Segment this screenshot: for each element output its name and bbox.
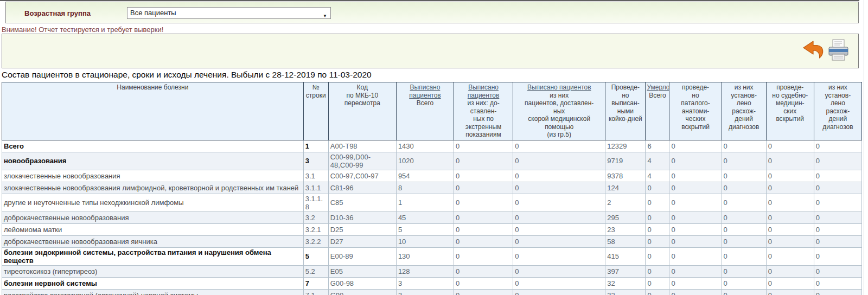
icd-code-cell: G90 (328, 289, 396, 295)
column-header-icd-code: Код по МКБ-10 пересмотра (328, 82, 396, 140)
value-cell-4: 9719 (605, 152, 646, 170)
value-cell-3: 0 (513, 194, 605, 211)
disease-name-cell: болезни эндокринной системы, расстройств… (2, 247, 304, 265)
printer-icon (827, 56, 851, 65)
row-number-cell: 3.1.1 (303, 182, 328, 194)
value-cell-1: 8 (396, 182, 454, 194)
sort-link-died-total[interactable]: Умерло (647, 84, 668, 92)
value-cell-6: 0 (669, 235, 722, 247)
value-cell-9: 0 (814, 170, 861, 182)
toolbar-panel (2, 34, 859, 68)
value-cell-6: 0 (669, 194, 722, 211)
column-header-forensic-discrepancies: из них установ- лено расхож- дений диагн… (814, 82, 861, 140)
value-cell-7: 0 (722, 223, 766, 235)
column-header-row-number: № строки (303, 82, 328, 140)
value-cell-7: 0 (722, 140, 766, 152)
value-cell-3: 0 (513, 235, 605, 247)
value-cell-7: 0 (722, 247, 766, 265)
icd-code-cell: C85 (328, 194, 396, 211)
value-cell-9: 0 (814, 140, 861, 152)
value-cell-1: 1020 (396, 152, 454, 170)
table-row: новообразования3C00-99,D00-48,C00-991020… (2, 152, 862, 170)
value-cell-4: 415 (605, 247, 646, 265)
column-header-discharged-ambulance: Выписано пациентовиз них пациентов, дост… (513, 82, 605, 140)
value-cell-7: 0 (722, 289, 766, 295)
value-cell-8: 0 (766, 140, 814, 152)
sort-link-discharged-total[interactable]: Выписано пациентов (398, 84, 452, 99)
value-cell-9: 0 (814, 235, 861, 247)
value-cell-2: 0 (454, 140, 513, 152)
value-cell-3: 0 (513, 140, 605, 152)
row-number-cell: 7.1 (303, 289, 328, 295)
value-cell-1: 130 (396, 247, 454, 265)
disease-name-cell: доброкачественные новообразования (2, 211, 304, 223)
column-header-autopsy-discrepancies: из них установ- лено расхож- дений диагн… (722, 82, 766, 140)
icd-code-cell: D25 (328, 223, 396, 235)
age-group-select[interactable]: Все пациенты ▼ (127, 7, 331, 19)
icd-code-cell: G00-98 (328, 277, 396, 289)
value-cell-7: 0 (722, 235, 766, 247)
value-cell-2: 0 (454, 170, 513, 182)
value-cell-9: 0 (814, 277, 861, 289)
column-header-died-total: УмерлоВсего (646, 82, 669, 140)
value-cell-6: 0 (669, 277, 722, 289)
value-cell-1: 10 (396, 235, 454, 247)
value-cell-1: 128 (396, 265, 454, 277)
value-cell-7: 0 (722, 277, 766, 289)
value-cell-4: 124 (605, 182, 646, 194)
value-cell-9: 0 (814, 194, 861, 211)
sort-link-discharged-emergency[interactable]: Выписано пациентов (455, 84, 512, 99)
value-cell-8: 0 (766, 170, 814, 182)
value-cell-1: 3 (396, 277, 454, 289)
back-arrow-icon (801, 56, 825, 65)
value-cell-1: 45 (396, 211, 454, 223)
value-cell-9: 0 (814, 211, 861, 223)
value-cell-3: 0 (513, 247, 605, 265)
value-cell-6: 0 (669, 140, 722, 152)
value-cell-4: 397 (605, 265, 646, 277)
value-cell-5: 0 (646, 211, 669, 223)
disease-name-cell: злокачественные новообразования лимфоидн… (2, 182, 304, 194)
row-number-cell: 3.2.1 (303, 223, 328, 235)
row-number-cell: 1 (303, 140, 328, 152)
value-cell-2: 0 (454, 152, 513, 170)
icd-code-cell: C81-96 (328, 182, 396, 194)
value-cell-3: 0 (513, 182, 605, 194)
value-cell-9: 0 (814, 247, 861, 265)
value-cell-4: 2 (605, 194, 646, 211)
value-cell-5: 4 (646, 152, 669, 170)
value-cell-7: 0 (722, 182, 766, 194)
value-cell-1: 1 (396, 194, 454, 211)
value-cell-4: 32 (605, 277, 646, 289)
sort-link-discharged-ambulance[interactable]: Выписано пациентов (514, 84, 604, 92)
table-row: болезни эндокринной системы, расстройств… (2, 247, 862, 265)
column-header-autopsies: проведе- но паталого- анатоми- ческих вс… (669, 82, 722, 140)
disease-name-cell: болезни нервной системы (2, 277, 304, 289)
value-cell-4: 9378 (605, 170, 646, 182)
value-cell-6: 0 (669, 223, 722, 235)
value-cell-5: 0 (646, 289, 669, 295)
value-cell-8: 0 (766, 182, 814, 194)
row-number-cell: 3.1.1.8 (303, 194, 328, 211)
value-cell-8: 0 (766, 289, 814, 295)
disease-name-cell: расстройства вегетативной (автономной) н… (2, 289, 304, 295)
disease-name-cell: Всего (2, 140, 304, 152)
value-cell-5: 0 (646, 265, 669, 277)
value-cell-7: 0 (722, 170, 766, 182)
value-cell-3: 0 (513, 265, 605, 277)
value-cell-2: 0 (454, 194, 513, 211)
value-cell-3: 0 (513, 170, 605, 182)
value-cell-8: 0 (766, 152, 814, 170)
back-button[interactable] (801, 39, 825, 63)
report-title: Состав пациентов в стационаре, сроки и и… (2, 70, 372, 80)
page-right-divider (864, 0, 864, 295)
value-cell-5: 0 (646, 182, 669, 194)
table-row: болезни нервной системы7G00-983003200000 (2, 277, 862, 289)
print-button[interactable] (827, 39, 851, 63)
value-cell-2: 0 (454, 211, 513, 223)
age-group-label: Возрастная группа (24, 9, 91, 17)
table-row: другие и неуточненные типы неходжкинской… (2, 194, 862, 211)
value-cell-7: 0 (722, 211, 766, 223)
value-cell-5: 4 (646, 170, 669, 182)
table-row: злокачественные новообразования3.1C00-97… (2, 170, 862, 182)
